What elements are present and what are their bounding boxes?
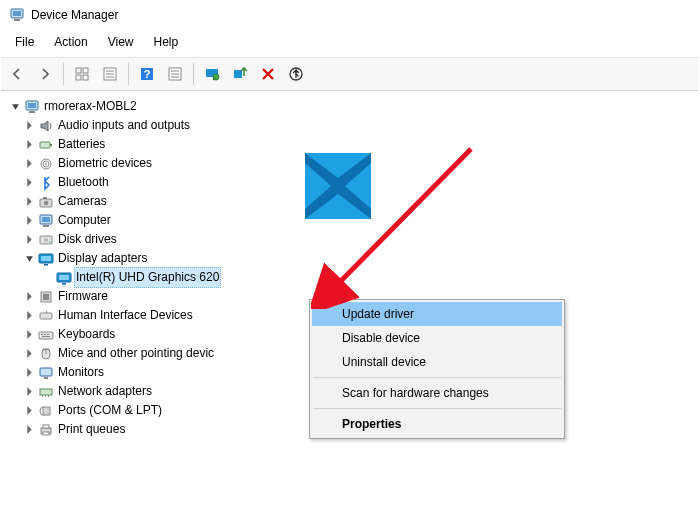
category-label: Print queues — [56, 420, 127, 439]
category-label: Batteries — [56, 135, 107, 154]
twisty-closed-icon[interactable] — [21, 289, 37, 305]
root-label: rmorerax-MOBL2 — [42, 97, 139, 116]
category-label: Biometric devices — [56, 154, 154, 173]
context-menu-item[interactable]: Update driver — [312, 302, 562, 326]
logo-overlay-icon — [305, 153, 371, 219]
properties-button[interactable] — [97, 61, 123, 87]
menu-view[interactable]: View — [98, 33, 144, 51]
menubar: File Action View Help — [1, 30, 699, 57]
twisty-closed-icon[interactable] — [21, 137, 37, 153]
disk-icon — [37, 232, 55, 248]
tree-category[interactable]: Display adapters — [21, 249, 697, 268]
firmware-icon — [37, 289, 55, 305]
twisty-closed-icon[interactable] — [21, 403, 37, 419]
twisty-closed-icon[interactable] — [21, 156, 37, 172]
menu-file[interactable]: File — [5, 33, 44, 51]
twisty-none — [39, 270, 55, 286]
audio-icon — [37, 118, 55, 134]
context-menu-item[interactable]: Properties — [312, 412, 562, 436]
twisty-closed-icon[interactable] — [21, 308, 37, 324]
camera-icon — [37, 194, 55, 210]
twisty-closed-icon[interactable] — [21, 175, 37, 191]
category-label: Computer — [56, 211, 113, 230]
tree-category[interactable]: Audio inputs and outputs — [21, 116, 697, 135]
context-menu-separator — [313, 408, 561, 409]
twisty-closed-icon[interactable] — [21, 327, 37, 343]
context-menu-item[interactable]: Scan for hardware changes — [312, 381, 562, 405]
tree-category[interactable]: Disk drives — [21, 230, 697, 249]
keyboard-icon — [37, 327, 55, 343]
toolbar-sep — [193, 63, 194, 85]
context-menu-separator — [313, 377, 561, 378]
toolbar-sep — [128, 63, 129, 85]
category-label: Display adapters — [56, 249, 149, 268]
network-icon — [37, 384, 55, 400]
back-button[interactable] — [4, 61, 30, 87]
device-label: Intel(R) UHD Graphics 620 — [74, 267, 221, 288]
app-icon — [9, 7, 25, 23]
context-menu-item[interactable]: Uninstall device — [312, 350, 562, 374]
port-icon — [37, 403, 55, 419]
mouse-icon — [37, 346, 55, 362]
display-icon — [37, 251, 55, 267]
twisty-open-icon[interactable] — [7, 99, 23, 115]
twisty-open-icon[interactable] — [21, 251, 37, 267]
twisty-closed-icon[interactable] — [21, 118, 37, 134]
add-legacy-button[interactable] — [227, 61, 253, 87]
twisty-closed-icon[interactable] — [21, 232, 37, 248]
twisty-closed-icon[interactable] — [21, 213, 37, 229]
menu-action[interactable]: Action — [44, 33, 97, 51]
twisty-closed-icon[interactable] — [21, 365, 37, 381]
bluetooth-icon — [37, 175, 55, 191]
action-button[interactable] — [162, 61, 188, 87]
category-label: Network adapters — [56, 382, 154, 401]
uninstall-button[interactable] — [255, 61, 281, 87]
hid-icon — [37, 308, 55, 324]
show-hidden-button[interactable] — [69, 61, 95, 87]
battery-icon — [37, 137, 55, 153]
window-title: Device Manager — [31, 8, 118, 22]
computer-icon — [23, 99, 41, 115]
monitor-icon — [37, 365, 55, 381]
context-menu[interactable]: Update driverDisable deviceUninstall dev… — [309, 299, 565, 439]
tree-device[interactable]: Intel(R) UHD Graphics 620 — [39, 268, 697, 287]
category-label: Firmware — [56, 287, 110, 306]
twisty-closed-icon[interactable] — [21, 384, 37, 400]
category-label: Mice and other pointing devic — [56, 344, 216, 363]
update-driver-button[interactable] — [283, 61, 309, 87]
context-menu-item[interactable]: Disable device — [312, 326, 562, 350]
scan-hardware-button[interactable] — [199, 61, 225, 87]
category-label: Human Interface Devices — [56, 306, 195, 325]
toolbar-sep — [63, 63, 64, 85]
forward-button[interactable] — [32, 61, 58, 87]
tree-root[interactable]: rmorerax-MOBL2 — [3, 97, 697, 116]
menu-help[interactable]: Help — [144, 33, 189, 51]
titlebar: Device Manager — [1, 1, 699, 30]
twisty-closed-icon[interactable] — [21, 346, 37, 362]
tree-category[interactable]: Batteries — [21, 135, 697, 154]
computer-icon — [37, 213, 55, 229]
category-label: Cameras — [56, 192, 109, 211]
device-manager-window: Device Manager File Action View Help rmo… — [0, 0, 700, 518]
twisty-closed-icon[interactable] — [21, 194, 37, 210]
category-label: Keyboards — [56, 325, 117, 344]
toolbar — [1, 57, 699, 91]
category-label: Bluetooth — [56, 173, 111, 192]
category-label: Audio inputs and outputs — [56, 116, 192, 135]
display-icon — [55, 270, 73, 286]
biometric-icon — [37, 156, 55, 172]
twisty-closed-icon[interactable] — [21, 422, 37, 438]
category-label: Disk drives — [56, 230, 119, 249]
category-label: Monitors — [56, 363, 106, 382]
category-label: Ports (COM & LPT) — [56, 401, 164, 420]
help-button[interactable] — [134, 61, 160, 87]
printer-icon — [37, 422, 55, 438]
